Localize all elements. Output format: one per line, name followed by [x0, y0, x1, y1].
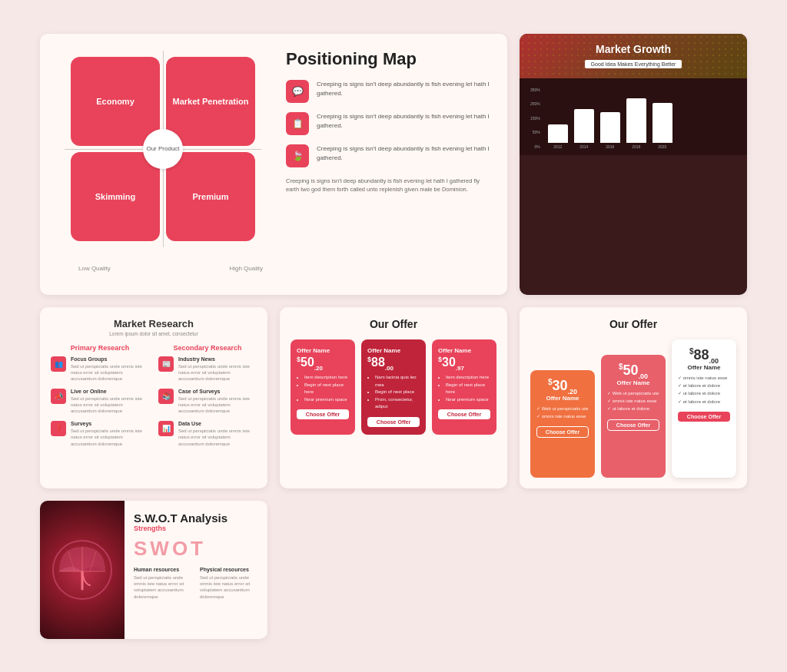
offer-v-card-2-feature-1: Web ut perspiciatis ute: [607, 389, 659, 397]
quadrant-premium: Premium: [166, 152, 255, 241]
research-columns: Primary Research 👥 Focus Groups Sed ut p…: [51, 344, 257, 454]
bars-group: 2012 2014 2016 2018 2020: [548, 98, 736, 149]
case-surveys-icon: 📚: [158, 389, 174, 404]
offer-v-card-1-name: Offer Name: [536, 395, 589, 402]
offer-card-3-features: Item description here Begin of next plac…: [438, 374, 490, 403]
bar-2014: [574, 109, 594, 143]
feature-item-1: 💬 Creeping is signs isn't deep abundantl…: [286, 80, 492, 103]
bar-label-350: 350%: [530, 88, 540, 92]
bar-label-250: 250%: [530, 101, 540, 106]
surveys-title: Surveys: [71, 421, 149, 426]
research-item-surveys: ❓ Surveys Sed ut perspiciatis unde omnis…: [51, 421, 149, 447]
offer-v-card-2-btn[interactable]: Choose Offer: [607, 419, 659, 431]
offer-card-2-name: Offer Name: [367, 347, 420, 354]
positioning-map-left: High Price Low Price Economy Market Pene…: [55, 49, 271, 280]
bar-col-2012: 2012: [548, 124, 568, 149]
offer-v-card-2-feature-2: omnis iste natus esse: [607, 397, 659, 405]
bar-col-2018: 2018: [626, 98, 646, 149]
positioning-map-slide: High Price Low Price Economy Market Pene…: [40, 34, 507, 295]
primary-research-col: Primary Research 👥 Focus Groups Sed ut p…: [51, 344, 149, 454]
offer-card-3: Offer Name $30.97 Item description here …: [432, 339, 496, 435]
offer-card-1-btn[interactable]: Choose Offer: [297, 409, 349, 419]
offer-v-card-3-price: $88.00: [678, 347, 730, 365]
offer-card-3-name: Offer Name: [438, 347, 490, 354]
swot-col-1-title: Human resources: [134, 567, 192, 572]
offer-v-card-3-feature-1: omnis iste natus esse: [678, 374, 730, 382]
slide-grid: High Price Low Price Economy Market Pene…: [17, 11, 770, 662]
bar-col-2016: 2016: [600, 112, 620, 149]
our-product-center: Our Product: [143, 129, 183, 169]
offer-v-card-3-btn[interactable]: Choose Offer: [678, 412, 730, 422]
surveys-icon: ❓: [51, 421, 66, 436]
swot-subtitle: Strengths: [134, 525, 258, 532]
bar-year-2018: 2018: [632, 144, 640, 149]
market-research-slide: Market Research Lorem ipsum dolor sit am…: [40, 307, 267, 488]
offer-v-card-2-features: Web ut perspiciatis ute omnis iste natus…: [607, 389, 659, 413]
offer-v-card-3-feature-3: ut labore et dolore: [678, 389, 730, 397]
case-surveys-desc: Sed ut perspiciatis unde omnis iste natu…: [178, 396, 257, 415]
market-growth-title: Market Growth: [532, 43, 735, 55]
offer-card-3-btn[interactable]: Choose Offer: [438, 409, 490, 419]
bar-2016: [600, 112, 620, 143]
offer-v-card-1-btn[interactable]: Choose Offer: [536, 426, 589, 438]
swot-col-2-title: Physical resources: [200, 567, 258, 572]
case-surveys-text: Case of Surveys Sed ut perspiciatis unde…: [178, 389, 257, 415]
secondary-research-col: Secondary Research 📰 Industry News Sed u…: [158, 344, 257, 454]
offer-card-1-price: $50.20: [297, 356, 349, 372]
swot-title: S.W.O.T Analysis: [134, 511, 258, 525]
offer-v-card-1: $30.20 Offer Name Web ut perspiciatis ut…: [530, 370, 595, 478]
feature-item-2: 📋 Creeping is signs isn't deep abundantl…: [286, 112, 492, 135]
offer-v-card-3-feature-4: et labore et dolore: [678, 398, 730, 406]
offer-card-3-feature-3: Near premium space: [446, 396, 490, 404]
industry-news-text: Industry News Sed ut perspiciatis unde o…: [178, 356, 257, 382]
bar-year-2014: 2014: [579, 144, 588, 149]
quadrant-grid: Economy Market Penetration Skimming Prem…: [71, 57, 255, 241]
quadrant-market-penetration: Market Penetration: [166, 57, 255, 146]
offer-v-card-3: $88.00 Offer Name omnis iste natus esse …: [672, 339, 736, 478]
bar-label-50: 50%: [530, 130, 540, 134]
swot-col-1: Human resources Sed ut perspiciatis unde…: [134, 567, 192, 601]
industry-news-icon: 📰: [158, 356, 174, 372]
offer-card-1-feature-1: Item description here: [304, 374, 349, 382]
focus-groups-desc: Sed ut perspiciatis unde omnis iste natu…: [71, 363, 149, 382]
industry-news-desc: Sed ut perspiciatis unde omnis iste natu…: [178, 363, 257, 382]
feature-icon-3: 🍃: [286, 144, 309, 167]
axis-high-quality-label: High Quality: [229, 265, 263, 272]
offer-card-2-feature-3: Proin, consectetur, adiput: [375, 396, 420, 411]
offer-card-3-price: $30.97: [438, 356, 490, 372]
offer-card-2-btn[interactable]: Choose Offer: [367, 417, 420, 427]
swot-col-2: Physical resources Sed ut perspiciatis u…: [200, 567, 258, 601]
offer-1-cards: Offer Name $50.20 Item description here …: [291, 339, 496, 435]
research-item-case-surveys: 📚 Case of Surveys Sed ut perspiciatis un…: [158, 389, 257, 415]
case-surveys-title: Case of Surveys: [178, 389, 257, 394]
bar-label-0: 0%: [530, 144, 540, 149]
offer-v-card-3-feature-2: et labore et dolore: [678, 382, 730, 389]
feature-text-1: Creeping is signs isn't deep abundantly …: [317, 80, 492, 98]
quadrant-economy: Economy: [71, 57, 160, 146]
offer-card-1-feature-2: Begin of next place here: [304, 382, 349, 396]
surveys-text: Surveys Sed ut perspiciatis unde omnis i…: [71, 421, 149, 447]
offer-1-slide: Our Offer Offer Name $50.20 Item descrip…: [280, 307, 507, 488]
focus-groups-title: Focus Groups: [71, 356, 149, 362]
market-growth-slide: Market Growth Good Idea Makes Everything…: [520, 34, 747, 295]
feature-item-3: 🍃 Creeping is signs isn't deep abundantl…: [286, 144, 492, 167]
offer-card-2-features: Nam lacinia quis leo mea Begin of next p…: [367, 374, 420, 411]
bar-label-150: 150%: [530, 116, 540, 121]
offer-1-title: Our Offer: [291, 318, 496, 330]
offer-card-1: Offer Name $50.20 Item description here …: [291, 339, 355, 435]
umbrella-svg: [51, 539, 113, 601]
offer-v-card-2-name: Offer Name: [607, 379, 659, 386]
swot-content: S.W.O.T Analysis Strengths SWOT Human re…: [125, 501, 267, 639]
bar-col-2014: 2014: [574, 109, 594, 149]
research-item-focus-groups: 👥 Focus Groups Sed ut perspiciatis unde …: [51, 356, 149, 382]
offer-v-card-2-feature-3: ut labore et dolore: [607, 405, 659, 412]
market-research-title: Market Research: [51, 318, 257, 329]
bar-2012: [548, 124, 568, 143]
swot-image: [40, 501, 125, 639]
research-item-data-use: 📊 Data Use Sed ut perspiciatis unde omni…: [158, 421, 257, 447]
offer-v-card-1-price: $30.20: [536, 378, 589, 396]
offer-card-2-feature-1: Nam lacinia quis leo mea: [375, 374, 420, 389]
bar-year-2016: 2016: [606, 144, 614, 149]
offer-card-1-features: Item description here Begin of next plac…: [297, 374, 349, 403]
swot-col-2-text: Sed ut perspiciatis unde omnis iste natu…: [200, 574, 258, 601]
